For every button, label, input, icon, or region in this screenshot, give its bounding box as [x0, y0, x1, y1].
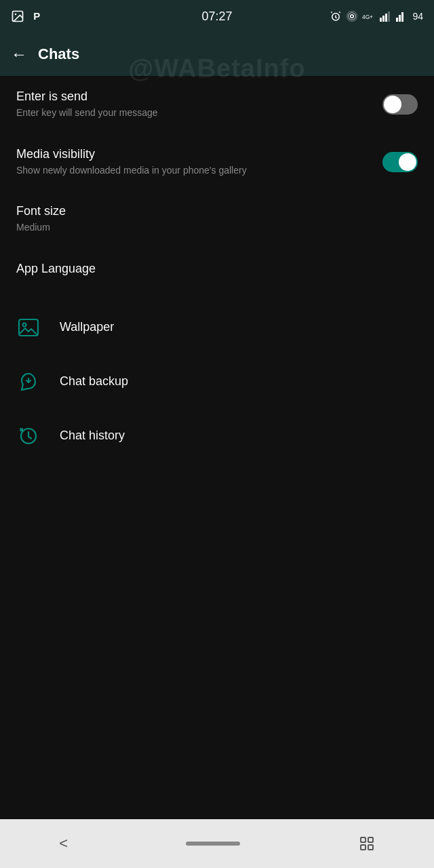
media-visibility-toggle-knob [399, 153, 416, 171]
enter-is-send-row[interactable]: Enter is send Enter key will send your m… [0, 76, 434, 134]
enter-is-send-toggle-knob [384, 96, 401, 113]
chat-history-icon [16, 424, 41, 448]
wallpaper-label: Wallpaper [60, 320, 114, 334]
chat-history-label: Chat history [60, 429, 125, 443]
svg-rect-21 [368, 845, 373, 850]
nav-back-button[interactable]: < [59, 835, 68, 852]
media-visibility-row[interactable]: Media visibility Show newly downloaded m… [0, 134, 434, 191]
nav-back-chevron[interactable]: < [59, 835, 68, 852]
settings-content: Enter is send Enter key will send your m… [0, 76, 434, 819]
chat-backup-icon [16, 370, 41, 394]
svg-rect-19 [368, 837, 373, 842]
app-language-text: App Language [16, 262, 418, 276]
wallpaper-icon [16, 315, 41, 340]
svg-point-1 [15, 14, 16, 15]
font-size-title: Font size [16, 204, 418, 218]
chat-backup-label: Chat backup [60, 374, 128, 389]
image-icon [11, 9, 24, 23]
chat-history-row[interactable]: Chat history [0, 409, 434, 463]
bottom-nav-bar: < [0, 819, 434, 868]
svg-text:4G+: 4G+ [362, 14, 373, 20]
font-size-row[interactable]: Font size Medium [0, 191, 434, 248]
enter-is-send-subtitle: Enter key will send your message [16, 106, 301, 120]
font-size-text: Font size Medium [16, 204, 418, 235]
media-visibility-text: Media visibility Show newly downloaded m… [16, 147, 382, 178]
wifi-icon [396, 11, 408, 22]
enter-is-send-text: Enter is send Enter key will send your m… [16, 90, 382, 120]
p-app-icon: P [31, 9, 45, 23]
media-visibility-subtitle: Show newly downloaded media in your phon… [16, 164, 301, 178]
signal-icon: 4G+ [362, 10, 376, 22]
app-language-row[interactable]: App Language [0, 248, 434, 290]
svg-rect-18 [361, 837, 366, 842]
svg-rect-12 [396, 18, 398, 22]
enter-is-send-title: Enter is send [16, 90, 382, 104]
svg-point-5 [349, 13, 356, 20]
enter-is-send-toggle[interactable] [382, 94, 418, 115]
status-bar: P 07:27 4G+ [0, 0, 434, 33]
signal-bars-icon [380, 11, 392, 22]
svg-point-16 [23, 323, 26, 326]
section-spacer-2 [0, 295, 434, 300]
font-size-value: Medium [16, 221, 301, 235]
status-bar-time: 07:27 [201, 9, 232, 24]
back-button[interactable]: ← [11, 45, 27, 64]
nav-home-pill [186, 842, 240, 846]
svg-rect-20 [361, 845, 366, 850]
chat-backup-row[interactable]: Chat backup [0, 355, 434, 409]
status-bar-left-icons: P [11, 9, 45, 23]
svg-point-4 [351, 15, 354, 18]
svg-rect-10 [385, 14, 387, 22]
section-spacer [0, 290, 434, 295]
svg-rect-11 [388, 12, 390, 22]
svg-text:P: P [33, 10, 40, 22]
page-title: Chats [38, 45, 79, 63]
app-language-title: App Language [16, 262, 418, 276]
nav-home-button[interactable] [186, 842, 240, 846]
nav-recents-button[interactable] [359, 835, 375, 852]
alarm-icon [330, 10, 342, 22]
media-visibility-title: Media visibility [16, 147, 382, 161]
location-icon [346, 10, 358, 22]
status-bar-right-icons: 4G+ 94 [330, 10, 423, 22]
nav-recents-icon [359, 835, 375, 852]
toolbar: ← Chats [0, 33, 434, 76]
svg-rect-13 [399, 15, 401, 22]
svg-rect-14 [401, 12, 403, 22]
svg-rect-9 [382, 16, 384, 22]
battery-level: 94 [412, 11, 423, 22]
svg-rect-8 [380, 18, 382, 22]
wallpaper-row[interactable]: Wallpaper [0, 300, 434, 355]
media-visibility-toggle[interactable] [382, 152, 418, 172]
